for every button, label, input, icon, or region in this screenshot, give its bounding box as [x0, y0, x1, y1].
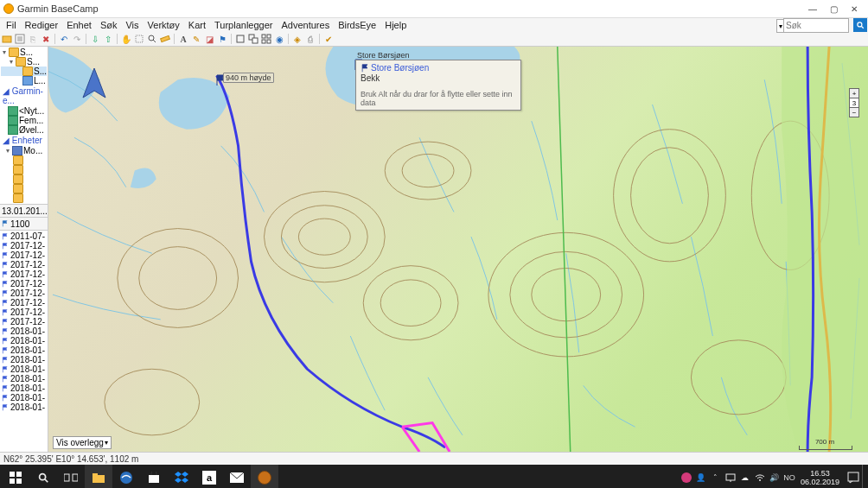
list-item[interactable]: 2018-01- [0, 364, 48, 374]
send-to-device-icon[interactable]: ⇩ [90, 34, 100, 44]
list-item[interactable]: 2018-01- [0, 355, 48, 364]
tree-group-header[interactable]: ◢ Garmin-e... [1, 86, 47, 106]
notifications-icon[interactable] [845, 465, 862, 488]
tray-network-icon[interactable] [724, 472, 737, 484]
list-item[interactable]: 2018-01- [0, 393, 48, 402]
waypoint-tool-icon[interactable]: ⚑ [217, 34, 227, 44]
menu-verktoy[interactable]: Verktøy [144, 20, 184, 30]
window-title: Garmin BaseCamp [17, 3, 802, 14]
list-item[interactable]: 2017-12- [0, 298, 48, 307]
search-input[interactable] [783, 18, 849, 33]
eraser-tool-icon[interactable]: ◪ [204, 34, 214, 44]
taskbar-app-explorer[interactable] [85, 465, 112, 488]
menu-rediger[interactable]: Rediger [21, 20, 63, 30]
pencil-tool-icon[interactable]: ✎ [191, 34, 201, 44]
tray-people-icon[interactable]: 👤 [695, 472, 707, 484]
menu-birdseye[interactable]: BirdsEye [334, 20, 380, 30]
overlay-selector[interactable]: Vis overlegg▾ [53, 436, 112, 449]
taskbar-clock[interactable]: 16.53 06.02.2019 [801, 469, 839, 486]
status-coordinates: N62° 25.395' E10° 14.653', 1102 m [3, 454, 138, 464]
tree-group-header[interactable]: ◢ Enheter [1, 135, 47, 146]
redo-icon[interactable]: ↷ [72, 34, 82, 44]
receive-from-device-icon[interactable]: ⇧ [103, 34, 113, 44]
menu-adventures[interactable]: Adventures [278, 20, 335, 30]
list-item[interactable]: 2011-07- [0, 231, 48, 241]
options-icon[interactable]: ✔ [323, 34, 334, 44]
list-item[interactable]: 2017-12- [0, 279, 48, 288]
maximize-button[interactable]: ▢ [823, 1, 844, 16]
map-tooltip: Store Børsjøen Bekk Bruk Alt når du drar… [355, 60, 521, 111]
taskbar-app-edge[interactable] [112, 465, 140, 488]
copy-icon[interactable]: ⎘ [28, 34, 38, 44]
tray-app-icon[interactable] [680, 472, 692, 484]
tray-chevron-up-icon[interactable]: ˄ [710, 472, 722, 484]
globe-icon[interactable]: ◉ [274, 34, 284, 44]
list-item[interactable]: 2018-01- [0, 336, 48, 345]
map-view[interactable]: 940 m høyde Store Børsjøen Store Børsjøe… [48, 47, 868, 452]
tray-onedrive-icon[interactable]: ☁ [739, 472, 751, 484]
list-item[interactable]: 2017-12- [0, 241, 48, 250]
tree-node-selected[interactable]: S... [1, 67, 47, 76]
grid-icon[interactable] [261, 34, 271, 44]
zoom-tool-icon[interactable] [147, 34, 157, 44]
list-item[interactable]: 2017-12- [0, 260, 48, 269]
taskbar-app-basecamp[interactable] [251, 465, 278, 488]
new-list-icon[interactable] [15, 34, 25, 44]
library-tree[interactable]: ▾S... ▾S... S... L... ◢ Garmin-e... <Nyt… [0, 47, 48, 205]
svg-point-33 [691, 340, 786, 415]
tray-wifi-icon[interactable] [754, 472, 766, 484]
menu-kart[interactable]: Kart [184, 20, 210, 30]
list-item[interactable]: 2017-12- [0, 307, 48, 317]
list-header[interactable]: 13.01.201...⟳ [0, 205, 48, 218]
minimize-button[interactable]: — [802, 1, 823, 16]
show-desktop-button[interactable] [862, 465, 866, 488]
menu-turplanlegger[interactable]: Turplanlegger [210, 20, 277, 30]
tray-language-icon[interactable]: NO [783, 472, 795, 484]
list-item[interactable]: 2018-01- [0, 374, 48, 383]
list-item[interactable]: 2017-12- [0, 317, 48, 326]
list-item[interactable]: 2017-12- [0, 288, 48, 298]
undo-icon[interactable]: ↶ [59, 34, 69, 44]
system-tray[interactable]: 👤 ˄ ☁ 🔊 NO [680, 472, 795, 484]
menu-sok[interactable]: Søk [96, 20, 122, 30]
list-item[interactable]: 2017-12- [0, 269, 48, 279]
list-item[interactable]: 2018-01- [0, 383, 48, 393]
hand-tool-icon[interactable]: ✋ [121, 34, 131, 44]
taskbar-app-amazon[interactable]: a [195, 465, 223, 488]
taskbar-app-store[interactable] [140, 465, 168, 488]
tree-node[interactable]: ▾S... [1, 48, 47, 57]
text-tool-icon[interactable]: A [178, 34, 188, 44]
tray-volume-icon[interactable]: 🔊 [769, 472, 781, 484]
delete-icon[interactable]: ✖ [41, 34, 51, 44]
search-icon[interactable] [29, 465, 57, 488]
list-item[interactable]: 2017-12- [0, 250, 48, 260]
close-button[interactable]: ✕ [844, 1, 865, 16]
menu-enhet[interactable]: Enhet [62, 20, 96, 30]
list-item[interactable]: 2018-01- [0, 345, 48, 355]
print-icon[interactable]: ⎙ [305, 34, 316, 44]
new-folder-icon[interactable] [2, 34, 12, 44]
menu-fil[interactable]: Fil [2, 20, 21, 30]
list-item[interactable]: 2018-01- [0, 326, 48, 336]
taskbar-app-dropbox[interactable] [168, 465, 195, 488]
task-view-icon[interactable] [57, 465, 85, 488]
waypoint-list[interactable]: 2011-07-2017-12-2017-12-2017-12-2017-12-… [0, 231, 48, 452]
zoom-out-button[interactable]: − [849, 107, 859, 117]
search-button[interactable] [853, 18, 867, 32]
select-tool-icon[interactable] [134, 34, 144, 44]
menu-vis[interactable]: Vis [121, 20, 143, 30]
taskbar-app-mail[interactable] [223, 465, 251, 488]
birdseye-icon[interactable]: ◈ [292, 34, 303, 44]
menu-hjelp[interactable]: Hjelp [380, 20, 411, 30]
measure-tool-icon[interactable] [160, 34, 170, 44]
zoom-control[interactable]: + 3 − [849, 88, 859, 117]
svg-rect-39 [10, 478, 15, 484]
list-item[interactable]: 2018-01- [0, 402, 48, 412]
start-button[interactable] [2, 465, 29, 488]
svg-rect-15 [267, 35, 271, 38]
layer-icon[interactable] [235, 34, 246, 44]
layers-icon[interactable] [248, 34, 258, 44]
svg-rect-14 [262, 35, 265, 38]
svg-point-31 [139, 247, 217, 310]
list-title-row[interactable]: 1100 [0, 218, 48, 231]
